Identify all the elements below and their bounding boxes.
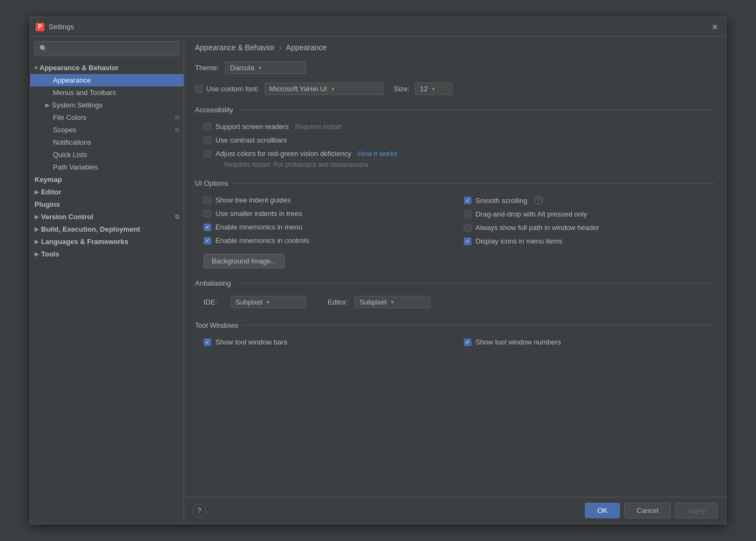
size-select[interactable]: 12 ▾	[415, 83, 453, 95]
sidebar-item-label: Languages & Frameworks	[41, 238, 129, 246]
sidebar-item-label: Menus and Toolbars	[53, 89, 116, 97]
sidebar-item-build-execution[interactable]: ▶ Build, Execution, Deployment	[30, 223, 184, 235]
theme-select[interactable]: Darcula ▾	[225, 62, 306, 74]
sidebar-item-menus-toolbars[interactable]: Menus and Toolbars	[30, 86, 184, 99]
chevron-right-icon: ▶	[35, 239, 39, 245]
breadcrumb-parent: Appearance & Behavior	[195, 43, 275, 52]
drag-drop-checkbox[interactable]	[464, 211, 471, 218]
window-title: Settings	[49, 23, 710, 31]
sidebar-item-label: Scopes	[53, 126, 76, 134]
search-icon: 🔍	[39, 45, 48, 52]
icons-menu-row: Display icons in menu items	[455, 235, 716, 247]
sidebar-item-tools[interactable]: ▶ Tools	[30, 248, 184, 260]
sidebar-item-editor[interactable]: ▶ Editor	[30, 186, 184, 198]
size-value: 12	[420, 85, 427, 93]
close-button[interactable]: ✕	[710, 22, 720, 32]
ui-options-title: UI Options	[195, 179, 715, 187]
dialog-body: 🔍 ▾ Appearance & Behavior Appearance Men…	[30, 37, 726, 524]
ui-options-grid: Show tree indent guides Use smaller inde…	[195, 194, 715, 248]
theme-label: Theme:	[195, 64, 219, 72]
font-select[interactable]: Microsoft YaHei UI ▾	[265, 83, 383, 95]
ui-options-right: Smooth scrolling ? Drag-and-drop with Al…	[455, 194, 716, 248]
tool-windows-title: Tool Windows	[195, 321, 715, 329]
accessibility-title: Accessibility	[195, 106, 715, 114]
tool-window-numbers-label: Show tool window numbers	[476, 338, 561, 346]
smooth-scrolling-checkbox[interactable]	[464, 197, 471, 204]
breadcrumb-separator: ›	[279, 43, 282, 52]
chevron-down-icon: ▾	[35, 65, 37, 71]
sidebar-item-label: File Colors	[53, 113, 86, 121]
sidebar-item-plugins[interactable]: Plugins	[30, 198, 184, 211]
sidebar-item-label: Notifications	[53, 138, 91, 146]
ok-button[interactable]: OK	[585, 503, 620, 518]
smooth-scrolling-row: Smooth scrolling ?	[455, 194, 716, 207]
sidebar-section-appearance: ▾ Appearance & Behavior Appearance Menus…	[30, 60, 184, 261]
help-button[interactable]: ?	[192, 504, 206, 518]
requires-restart-note: Requires restart	[295, 123, 341, 131]
contrast-scrollbars-row: Use contrast scrollbars	[195, 134, 715, 146]
sidebar-item-notifications[interactable]: Notifications	[30, 136, 184, 148]
how-it-works-link[interactable]: How it works	[357, 150, 397, 158]
tree-indent-row: Show tree indent guides	[195, 194, 455, 206]
antialiasing-section: Antialiasing IDE: Subpixel ▾ Editor: Sub…	[195, 279, 715, 310]
apply-button[interactable]: Apply	[675, 503, 718, 518]
tree-indent-label: Show tree indent guides	[215, 196, 291, 204]
custom-font-checkbox[interactable]	[195, 85, 202, 93]
sidebar-item-keymap[interactable]: Keymap	[30, 173, 184, 186]
sidebar-item-scopes[interactable]: Scopes ⧉	[30, 124, 184, 136]
mnemonics-menu-label: Enable mnemonics in menu	[215, 223, 302, 231]
smooth-scrolling-label: Smooth scrolling	[476, 197, 528, 205]
chevron-right-icon: ▶	[35, 251, 39, 257]
chevron-right-icon: ▶	[45, 102, 50, 108]
editor-label: Editor:	[328, 298, 349, 306]
mnemonics-menu-checkbox[interactable]	[204, 224, 211, 231]
sidebar-item-appearance-behavior[interactable]: ▾ Appearance & Behavior	[30, 62, 184, 74]
sidebar-item-file-colors[interactable]: File Colors ⧉	[30, 111, 184, 124]
icons-menu-label: Display icons in menu items	[476, 237, 563, 245]
help-icon[interactable]: ?	[534, 196, 543, 205]
search-box[interactable]: 🔍	[35, 41, 179, 56]
sidebar-item-label: Appearance	[53, 76, 91, 84]
sidebar-item-languages-frameworks[interactable]: ▶ Languages & Frameworks	[30, 235, 184, 248]
tool-window-bars-checkbox[interactable]	[204, 339, 211, 346]
tool-windows-grid: Show tool window bars Show tool window n…	[195, 336, 715, 349]
antialiasing-title: Antialiasing	[195, 279, 715, 287]
ide-antialiasing-value: Subpixel	[235, 298, 262, 306]
red-green-checkbox[interactable]	[204, 150, 211, 158]
screen-readers-row: Support screen readers Requires restart	[195, 120, 715, 133]
sidebar-item-label: Editor	[41, 188, 62, 196]
sidebar-item-version-control[interactable]: ▶ Version Control ⧉	[30, 211, 184, 223]
sidebar-item-path-variables[interactable]: Path Variables	[30, 161, 184, 173]
settings-dialog: P Settings ✕ 🔍 ▾ Appearance & Behavior A…	[30, 17, 726, 524]
editor-antialiasing-value: Subpixel	[360, 298, 387, 306]
custom-font-checkbox-wrapper[interactable]: Use custom font:	[195, 85, 259, 93]
sidebar: 🔍 ▾ Appearance & Behavior Appearance Men…	[30, 37, 184, 524]
background-image-button[interactable]: Background Image...	[204, 254, 285, 268]
search-input[interactable]	[51, 45, 174, 53]
ide-antialiasing-select[interactable]: Subpixel ▾	[231, 296, 306, 308]
editor-antialiasing-select[interactable]: Subpixel ▾	[355, 296, 430, 308]
copy-icon: ⧉	[175, 114, 179, 121]
tree-indent-checkbox[interactable]	[204, 197, 211, 204]
red-green-label: Adjust colors for red-green vision defic…	[215, 150, 351, 158]
content-area: Theme: Darcula ▾ Use custom font: Micros…	[184, 56, 726, 497]
sidebar-item-system-settings[interactable]: ▶ System Settings	[30, 99, 184, 111]
tool-window-numbers-checkbox[interactable]	[464, 339, 471, 346]
red-green-subnote: Requires restart. For protanopia and deu…	[195, 161, 715, 168]
cancel-button[interactable]: Cancel	[624, 503, 671, 518]
screen-readers-checkbox[interactable]	[204, 123, 211, 131]
tool-window-bars-label: Show tool window bars	[215, 338, 287, 346]
mnemonics-controls-checkbox[interactable]	[204, 237, 211, 245]
font-value: Microsoft YaHei UI	[269, 85, 327, 93]
theme-value: Darcula	[230, 64, 254, 72]
sidebar-item-appearance[interactable]: Appearance	[30, 74, 184, 86]
sidebar-item-quick-lists[interactable]: Quick Lists	[30, 148, 184, 161]
icons-menu-checkbox[interactable]	[464, 238, 471, 245]
full-path-checkbox[interactable]	[464, 224, 471, 232]
screen-readers-label: Support screen readers	[215, 123, 289, 131]
smaller-indents-label: Use smaller indents in trees	[215, 209, 302, 218]
smaller-indents-checkbox[interactable]	[204, 210, 211, 218]
chevron-right-icon: ▶	[35, 189, 39, 195]
ide-label: IDE:	[204, 298, 225, 306]
contrast-scrollbars-checkbox[interactable]	[204, 137, 211, 144]
